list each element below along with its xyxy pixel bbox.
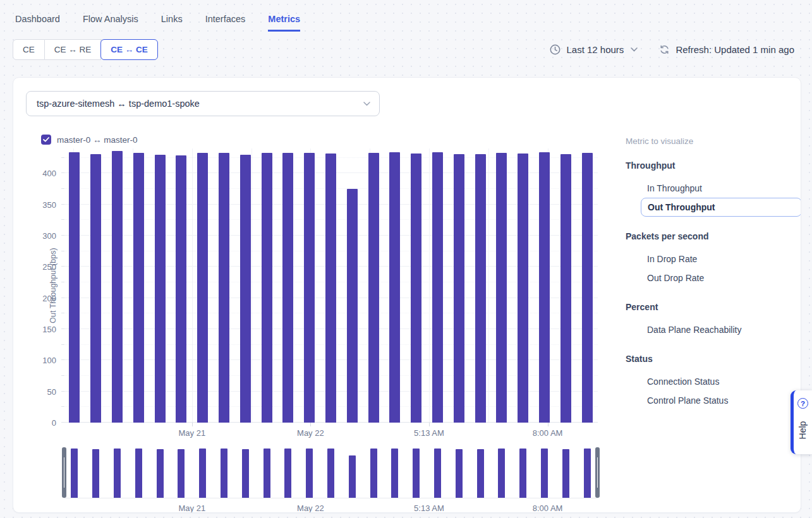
help-button[interactable]: ? Help: [791, 390, 812, 454]
brush-x-tick-label: May 21: [178, 503, 205, 513]
brush-bar: [71, 449, 78, 498]
y-tick-label: 250: [31, 262, 56, 272]
throughput-chart: Out Throughput (bps) 0501001502002503003…: [26, 148, 602, 513]
scope-tab-group: CECE ↔ RECE ↔ CE: [13, 39, 158, 60]
y-tick-mark: [61, 172, 64, 173]
brush-bar: [114, 449, 121, 498]
throughput-bar: [197, 153, 208, 423]
link-pair-select[interactable]: tsp-azure-sitemesh ↔ tsp-demo1-spoke: [26, 91, 380, 116]
brush-x-tick-label: May 22: [297, 503, 324, 513]
brush-bar: [221, 449, 227, 498]
throughput-bar: [454, 154, 464, 423]
brush-bar: [327, 449, 334, 498]
toolbar-right: Last 12 hours Refresh: Updated 1 min ago: [550, 44, 794, 55]
metric-section-packets-per-second: Packets per secondIn Drop RateOut Drop R…: [626, 231, 801, 287]
brush-chart[interactable]: [64, 447, 598, 498]
y-tick-mark: [61, 328, 64, 329]
metric-item-out-drop-rate[interactable]: Out Drop Rate: [647, 268, 801, 287]
y-tick-mark: [61, 375, 64, 376]
metric-item-data-plane-reachability[interactable]: Data Plane Reachability: [647, 320, 801, 339]
chevron-down-icon: [363, 102, 370, 106]
throughput-bar: [90, 154, 101, 423]
throughput-bar: [539, 152, 550, 423]
metric-item-out-throughput[interactable]: Out Throughput: [641, 198, 801, 217]
throughput-bar: [240, 155, 251, 423]
brush-bar: [306, 449, 313, 498]
time-range-selector[interactable]: Last 12 hours: [550, 44, 638, 55]
nav-item-links[interactable]: Links: [161, 14, 183, 32]
throughput-bar: [133, 153, 144, 423]
toolbar: CECE ↔ RECE ↔ CE Last 12 hours Refresh: …: [0, 32, 812, 60]
y-tick-mark: [61, 282, 64, 282]
brush-bar: [477, 449, 484, 498]
nav-item-dashboard[interactable]: Dashboard: [15, 14, 60, 32]
brush-bar: [178, 449, 185, 498]
y-tick-label: 50: [31, 387, 56, 397]
question-mark-icon: ?: [797, 398, 808, 409]
brush-bar: [242, 449, 249, 498]
throughput-bar: [262, 153, 272, 423]
brush-bar: [413, 449, 420, 498]
throughput-bar: [155, 155, 166, 423]
time-range-label: Last 12 hours: [566, 44, 624, 55]
metric-item-in-drop-rate[interactable]: In Drop Rate: [647, 250, 801, 268]
brush-bar: [562, 449, 569, 498]
throughput-bar: [219, 153, 229, 423]
y-tick-label: 100: [31, 356, 56, 365]
metric-header-packets-per-second: Packets per second: [626, 231, 801, 241]
brush-bar: [157, 449, 164, 498]
metric-item-control-plane-status[interactable]: Control Plane Status: [647, 391, 801, 410]
metric-item-in-throughput[interactable]: In Throughput: [647, 179, 801, 198]
y-tick-mark: [61, 406, 64, 407]
brush-bar: [349, 455, 356, 498]
brush-bar: [264, 449, 270, 498]
brush-bar: [199, 449, 206, 498]
y-tick-mark: [61, 235, 64, 236]
y-tick-label: 400: [31, 169, 56, 178]
metric-item-connection-status[interactable]: Connection Status: [647, 372, 801, 391]
refresh-button[interactable]: Refresh: Updated 1 min ago: [659, 44, 794, 55]
y-axis-title: Out Throughput (bps): [49, 248, 58, 323]
metrics-card: tsp-azure-sitemesh ↔ tsp-demo1-spoke mas…: [13, 77, 801, 513]
top-nav: DashboardFlow AnalysisLinksInterfacesMet…: [0, 0, 812, 32]
y-tick-mark: [61, 204, 64, 205]
brush-handle-left[interactable]: [62, 447, 66, 498]
scope-tab-ce-re[interactable]: CE ↔ RE: [45, 39, 102, 60]
brush-bar: [284, 449, 291, 498]
gridline-v: [429, 148, 430, 423]
nav-item-flow-analysis[interactable]: Flow Analysis: [83, 14, 138, 32]
nav-item-metrics[interactable]: Metrics: [268, 14, 300, 32]
brush-x-tick-label: 5:13 AM: [414, 503, 444, 513]
scope-tab-ce[interactable]: CE: [13, 39, 45, 60]
throughput-bar: [176, 155, 186, 423]
throughput-bar: [282, 153, 293, 423]
brush-bar: [456, 449, 463, 498]
throughput-bar: [496, 153, 507, 423]
metric-section-status: StatusConnection StatusControl Plane Sta…: [626, 354, 801, 410]
series-checkbox[interactable]: [41, 135, 51, 145]
chevron-down-icon: [631, 47, 638, 52]
gridline-v: [488, 148, 489, 423]
throughput-bar: [561, 154, 571, 423]
y-tick-label: 200: [31, 294, 56, 303]
throughput-bar: [475, 154, 486, 423]
clock-icon: [550, 44, 561, 55]
brush-bar: [135, 449, 142, 498]
refresh-icon: [659, 44, 670, 55]
scope-tab-ce-ce[interactable]: CE ↔ CE: [100, 39, 158, 60]
x-tick-label: May 21: [178, 428, 205, 438]
y-tick-mark: [61, 359, 64, 360]
y-tick-label: 350: [31, 200, 56, 210]
x-tick-label: 8:00 AM: [533, 428, 563, 438]
brush-handle-right[interactable]: [595, 447, 600, 498]
y-tick-mark: [61, 266, 64, 267]
gridline-v: [192, 148, 193, 423]
metric-header-status: Status: [626, 354, 801, 364]
brush-x-tick-label: 8:00 AM: [533, 503, 563, 513]
metric-section-throughput: ThroughputIn ThroughputOut Throughput: [626, 160, 801, 217]
throughput-bar: [368, 153, 379, 423]
throughput-bar: [325, 154, 336, 423]
nav-item-interfaces[interactable]: Interfaces: [205, 14, 246, 32]
brush-bar: [498, 449, 505, 498]
throughput-bar: [411, 154, 421, 423]
